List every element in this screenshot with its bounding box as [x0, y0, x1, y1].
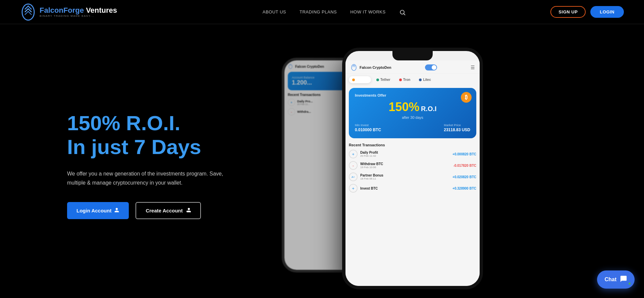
hero-section: 150% R.O.I. In just 7 Days We offer you …	[0, 24, 644, 298]
nav-how[interactable]: HOW IT WORKS	[350, 9, 385, 14]
chat-bubble[interactable]: Chat	[597, 270, 635, 289]
roi-display: 150% R.O.I	[355, 100, 470, 114]
logo-icon	[20, 3, 36, 21]
min-invest: Min Invest 0.010000 BTC	[355, 123, 381, 132]
nav-trading[interactable]: TRADING PLANS	[300, 9, 337, 14]
nav-links: ABOUT US TRADING PLANS HOW IT WORKS	[263, 9, 405, 15]
tx-icon-2: -	[349, 161, 358, 170]
chat-online-dot	[628, 282, 631, 285]
invest-stats: Min Invest 0.010000 BTC Market Price 231…	[355, 123, 470, 132]
navbar: FalconForge Ventures BINARY TRADING MADE…	[0, 0, 644, 24]
svg-line-2	[404, 13, 405, 15]
crypto-tab-tether[interactable]: Tether	[373, 76, 394, 83]
tx-icon-3: A+	[349, 172, 358, 181]
hero-content: 150% R.O.I. In just 7 Days We offer you …	[67, 111, 282, 219]
phone-logo: Falcon CryptoDen	[350, 64, 391, 71]
add-person-icon	[185, 207, 191, 214]
front-phone-app-name: Falcon CryptoDen	[360, 65, 391, 69]
phone-screen: Falcon CryptoDen ☰ Bitcoin Tether	[345, 60, 480, 286]
hero-title: 150% R.O.I. In just 7 Days	[67, 111, 282, 159]
back-phone-app-name: Falcon CryptoDen	[295, 65, 324, 68]
chat-label: Chat	[604, 277, 616, 283]
transactions-section: Recent Transactions + Daily Profit 20 Fe…	[345, 140, 480, 193]
tx-icon-4: +	[349, 184, 358, 193]
tx-amount-3: +0.020820 BTC	[452, 175, 476, 179]
crypto-tab-bitcoin[interactable]: Bitcoin	[349, 76, 371, 83]
login-account-button[interactable]: Login Account	[67, 202, 129, 219]
nav-about[interactable]: ABOUT US	[263, 9, 286, 14]
logo: FalconForge Ventures BINARY TRADING MADE…	[20, 3, 117, 21]
chat-icon	[620, 275, 627, 284]
create-account-button[interactable]: Create Account	[136, 202, 201, 219]
hamburger-icon[interactable]: ☰	[471, 65, 475, 70]
phone-front: Falcon CryptoDen ☰ Bitcoin Tether	[342, 48, 483, 289]
tx-item-4: + Invest BTC +0.328900 BTC	[349, 184, 476, 193]
tx-amount-1: +0.000820 BTC	[452, 152, 476, 156]
tx-amount-4: +0.328900 BTC	[452, 187, 476, 190]
tx-amount-2: -0.017820 BTC	[453, 164, 476, 167]
login-nav-button[interactable]: LOGIN	[590, 6, 624, 18]
signup-button[interactable]: SIGN UP	[550, 6, 586, 18]
investment-card: ₿ Investments Offer 150% R.O.I after 30 …	[349, 88, 476, 138]
tx-item-2: - Withdraw BTC 19 Feb 10:06 -0.017820 BT…	[349, 161, 476, 170]
tx-item-3: A+ Partner Bonus 18 Feb 06:11 +0.020820 …	[349, 172, 476, 181]
crypto-tab-tron[interactable]: Tron	[396, 76, 414, 83]
logo-subtitle: BINARY TRADING MADE EASY...	[40, 14, 117, 17]
logo-name: FalconForge Ventures	[40, 6, 117, 14]
market-price: Market Price 23118.83 USD	[444, 123, 470, 132]
hero-buttons: Login Account Create Account	[67, 202, 282, 219]
tx-item-1: + Daily Profit 20 Feb 11:42 +0.000820 BT…	[349, 150, 476, 158]
tx-icon-1: +	[349, 150, 358, 158]
phone-toggle[interactable]	[425, 64, 437, 70]
crypto-tab-litec[interactable]: Litec	[416, 76, 434, 83]
phone-header: Falcon CryptoDen ☰	[345, 60, 480, 73]
phone-notch	[392, 51, 433, 60]
crypto-tabs: Bitcoin Tether Tron Litec	[345, 73, 480, 86]
person-icon	[114, 207, 119, 214]
phones-display: Falcon CryptoDen Account Balance 1.200..…	[282, 44, 604, 286]
search-icon[interactable]	[399, 9, 405, 15]
hero-description: We offer you a new generation of the inv…	[67, 169, 235, 187]
nav-actions: SIGN UP LOGIN	[550, 6, 624, 18]
logo-text: FalconForge Ventures BINARY TRADING MADE…	[40, 6, 117, 17]
